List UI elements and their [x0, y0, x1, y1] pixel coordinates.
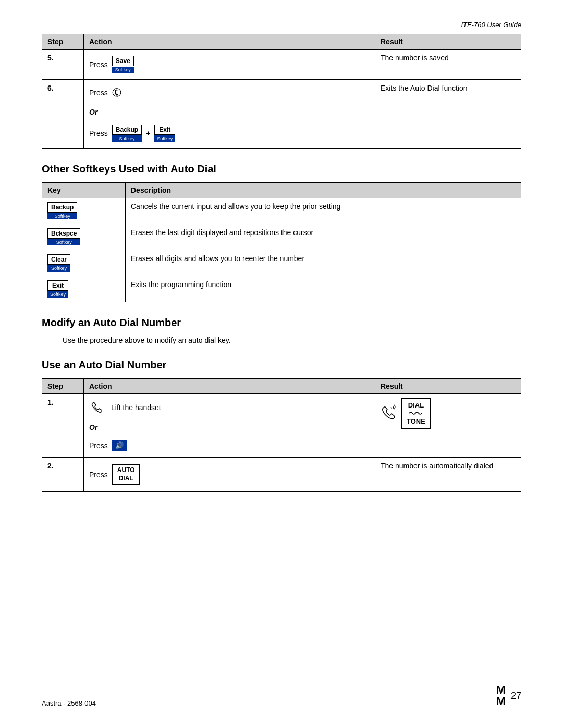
backup-key-label: Backup [47, 202, 77, 213]
action-cell: Lift the handset Or Press 🔊 [84, 394, 375, 458]
or-label: Or [89, 423, 370, 431]
result-cell: The number is automatically dialed [375, 458, 521, 492]
result-cell: The number is saved [375, 50, 521, 80]
page-footer: Aastra - 2568-004 M M 27 [42, 684, 521, 707]
desc-cell: Exits the programming function [126, 276, 521, 302]
dial-tone-text: DIAL TONE [401, 398, 431, 429]
result-text-6: Exits the Auto Dial function [381, 84, 468, 92]
or-label: Or [89, 108, 370, 116]
table-row: 2. Press AUTO DIAL The number is automat… [42, 458, 521, 492]
step-cell: 6. [42, 80, 84, 149]
col-step: Step [42, 379, 84, 394]
handset-lift-icon [89, 400, 104, 415]
page: ITE-760 User Guide Step Action Result 5.… [0, 0, 563, 728]
exit-softkey[interactable]: Exit Softkey [154, 125, 175, 142]
key-cell: Exit Softkey [42, 276, 126, 302]
result-cell: DIAL TONE [375, 394, 521, 458]
save-softkey[interactable]: Save Softkey [112, 56, 134, 73]
lift-handset-text: Lift the handset [111, 403, 161, 412]
col-action: Action [84, 379, 375, 394]
desc-text: Erases all digits and allows you to reen… [131, 254, 304, 263]
press-label: Press [89, 60, 108, 69]
footer-right: M M 27 [496, 684, 521, 707]
softkey-tag: Softkey [112, 67, 134, 73]
bckspce-softkey-tag: Softkey [47, 239, 80, 245]
bckspce-key[interactable]: Bckspce Softkey [47, 228, 80, 245]
plus-sign: + [146, 129, 150, 138]
footer-m-bottom: M [496, 696, 506, 707]
document-title: ITE-760 User Guide [461, 21, 521, 29]
speaker-button[interactable]: 🔊 [112, 440, 127, 451]
exit-btn-label: Exit [154, 125, 175, 135]
section-heading-2: Modify an Auto Dial Number [42, 317, 521, 329]
exit-key[interactable]: Exit Softkey [47, 280, 68, 298]
desc-text: Cancels the current input and allows you… [131, 202, 340, 211]
step-number: 1. [47, 398, 54, 406]
auto-label: AUTO [117, 466, 135, 474]
step-cell: 1. [42, 394, 84, 458]
auto-dial-button[interactable]: AUTO DIAL [112, 464, 140, 485]
action-cell: Press ✆ Or Press Backup Softkey + [84, 80, 375, 149]
desc-cell: Erases the last digit displayed and repo… [126, 224, 521, 250]
backup-key[interactable]: Backup Softkey [47, 202, 77, 219]
press-label: Press [89, 471, 108, 479]
bckspce-key-label: Bckspce [47, 228, 80, 239]
softkey-tag2: Softkey [154, 135, 175, 142]
key-cell: Backup Softkey [42, 198, 126, 224]
softkey-tag1: Softkey [112, 135, 142, 142]
clear-key-label: Clear [47, 254, 70, 265]
section-heading-1: Other Softkeys Used with Auto Dial [42, 163, 521, 175]
desc-text: Erases the last digit displayed and repo… [131, 228, 313, 237]
press-label: Press [89, 441, 108, 450]
table-row: 5. Press Save Softkey The number is save… [42, 50, 521, 80]
action-cell: Press Save Softkey [84, 50, 375, 80]
page-header: ITE-760 User Guide [42, 21, 521, 29]
step-number: 5. [47, 54, 54, 62]
footer-m-top: M [496, 684, 506, 696]
result-text: The number is automatically dialed [381, 462, 493, 470]
dial-tone-indicator: DIAL TONE [381, 398, 431, 429]
action-cell: Press AUTO DIAL [84, 458, 375, 492]
table-row: Backup Softkey Cancels the current input… [42, 198, 521, 224]
col-action: Action [84, 34, 375, 50]
footer-mm: M M [496, 684, 506, 707]
backup-softkey[interactable]: Backup Softkey [112, 125, 142, 142]
result-text: The number is saved [381, 54, 449, 62]
key-cell: Bckspce Softkey [42, 224, 126, 250]
desc-cell: Cancels the current input and allows you… [126, 198, 521, 224]
clear-key[interactable]: Clear Softkey [47, 254, 70, 272]
step-cell: 5. [42, 50, 84, 80]
save-btn-label: Save [112, 56, 134, 66]
desc-cell: Erases all digits and allows you to reen… [126, 250, 521, 276]
key-cell: Clear Softkey [42, 250, 126, 276]
table-row: 6. Press ✆ Or Press Backup [42, 80, 521, 149]
col-description: Description [126, 183, 521, 198]
press-label: Press [89, 89, 108, 97]
footer-left: Aastra - 2568-004 [42, 699, 96, 707]
steps-table-top: Step Action Result 5. Press Save Softkey [42, 34, 521, 149]
use-autodial-table: Step Action Result 1. [42, 378, 521, 492]
tone-waves-icon [408, 411, 424, 416]
result-cell-6: Exits the Auto Dial function [375, 80, 521, 149]
table-row: Exit Softkey Exits the programming funct… [42, 276, 521, 302]
clear-softkey-tag: Softkey [47, 265, 70, 272]
handset-dial-icon [381, 404, 397, 423]
backup-btn-label: Backup [112, 125, 142, 135]
col-step: Step [42, 34, 84, 50]
table-row: Bckspce Softkey Erases the last digit di… [42, 224, 521, 250]
table-row: Clear Softkey Erases all digits and allo… [42, 250, 521, 276]
section-heading-3: Use an Auto Dial Number [42, 359, 521, 371]
backup-softkey-tag: Softkey [47, 213, 77, 219]
table-row: 1. Lift the handset Or Press [42, 394, 521, 458]
dial-label: DIAL [119, 475, 133, 482]
page-number: 27 [511, 690, 521, 701]
step-cell: 2. [42, 458, 84, 492]
desc-text: Exits the programming function [131, 280, 231, 289]
col-result: Result [375, 34, 521, 50]
handset-icon: ✆ [109, 84, 125, 101]
softkeys-table: Key Description Backup Softkey Cancels t… [42, 182, 521, 302]
press-label2: Press [89, 129, 108, 138]
step-number: 6. [47, 84, 54, 92]
exit-softkey-tag: Softkey [47, 291, 68, 298]
col-result: Result [375, 379, 521, 394]
